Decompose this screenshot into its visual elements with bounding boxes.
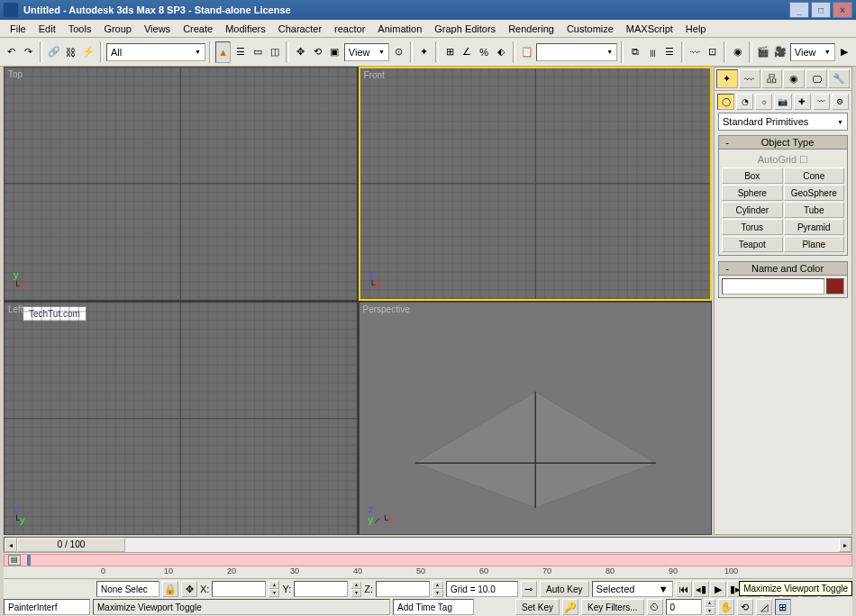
- link-button[interactable]: 🔗: [46, 41, 61, 63]
- tab-motion[interactable]: ◉: [783, 69, 805, 88]
- arc-rotate-button[interactable]: ⟲: [737, 599, 753, 615]
- rotate-button[interactable]: ⟲: [310, 41, 325, 63]
- object-name-input[interactable]: [722, 278, 824, 294]
- menu-views[interactable]: Views: [138, 22, 177, 36]
- autokey-button[interactable]: Auto Key: [540, 581, 589, 597]
- tab-utilities[interactable]: 🔧: [828, 69, 850, 88]
- fov-button[interactable]: ◿: [756, 599, 772, 615]
- subtab-systems[interactable]: ⚙: [832, 94, 849, 110]
- render-scene-button[interactable]: 🎬: [756, 41, 771, 63]
- schematic-view-button[interactable]: ⊡: [705, 41, 720, 63]
- redo-button[interactable]: ↷: [21, 41, 36, 63]
- subtab-geometry[interactable]: ◯: [717, 94, 734, 110]
- track-bar[interactable]: ▤: [4, 554, 852, 566]
- keyfilters-button[interactable]: Key Filters...: [581, 599, 644, 615]
- transform-mode-button[interactable]: ✥: [181, 581, 197, 597]
- menu-edit[interactable]: Edit: [32, 22, 62, 36]
- angle-snap-button[interactable]: ∠: [460, 41, 475, 63]
- viewport-left[interactable]: Left TechTut.com z└y: [4, 302, 358, 536]
- obj-sphere[interactable]: Sphere: [722, 185, 783, 201]
- spinner-snap-button[interactable]: ⬖: [494, 41, 509, 63]
- keymode-dropdown[interactable]: Selected▼: [592, 581, 673, 597]
- goto-start-button[interactable]: ⏮: [676, 581, 692, 597]
- obj-torus[interactable]: Torus: [722, 219, 783, 235]
- bind-spacewarp-button[interactable]: ⚡: [80, 41, 96, 63]
- unlink-button[interactable]: ⛓: [63, 41, 78, 63]
- select-button[interactable]: ▲: [215, 41, 231, 63]
- menu-group[interactable]: Group: [97, 22, 138, 36]
- window-crossing-button[interactable]: ◫: [267, 41, 282, 63]
- autogrid-checkbox[interactable]: AutoGrid ☐: [722, 152, 844, 168]
- subtab-shapes[interactable]: ◔: [736, 94, 753, 110]
- menu-reactor[interactable]: reactor: [328, 22, 371, 36]
- pivot-button[interactable]: ⊙: [391, 41, 406, 63]
- viewport-perspective[interactable]: Perspective zy⟋└x: [359, 302, 713, 536]
- menu-maxscript[interactable]: MAXScript: [620, 22, 679, 36]
- tab-hierarchy[interactable]: 品: [761, 69, 783, 88]
- play-button[interactable]: ▶: [710, 581, 726, 597]
- obj-box[interactable]: Box: [722, 168, 783, 184]
- quick-render-button[interactable]: 🎥: [773, 41, 788, 63]
- close-button[interactable]: ×: [833, 2, 852, 18]
- undo-button[interactable]: ↶: [4, 41, 19, 63]
- subtab-spacewarps[interactable]: 〰: [813, 94, 830, 110]
- add-time-tag[interactable]: Add Time Tag: [393, 599, 474, 615]
- key-icon[interactable]: 🔑: [562, 599, 578, 615]
- rollout-name-color[interactable]: -Name and Color: [718, 261, 848, 276]
- scroll-right-button[interactable]: ▸: [839, 538, 851, 552]
- menu-graph-editors[interactable]: Graph Editors: [428, 22, 502, 36]
- tab-display[interactable]: 🖵: [806, 69, 827, 88]
- viewport-front[interactable]: Front z└x: [359, 67, 713, 301]
- obj-tube[interactable]: Tube: [784, 202, 845, 218]
- prev-frame-button[interactable]: ◂▮: [693, 581, 709, 597]
- obj-cylinder[interactable]: Cylinder: [722, 202, 783, 218]
- menu-modifiers[interactable]: Modifiers: [219, 22, 272, 36]
- selection-filter-dropdown[interactable]: All: [106, 43, 205, 61]
- current-frame-input[interactable]: 0: [666, 599, 702, 615]
- rollout-object-type[interactable]: -Object Type: [718, 135, 848, 149]
- trackbar-toggle-icon[interactable]: ▤: [8, 555, 21, 566]
- curve-editor-button[interactable]: 〰: [688, 41, 703, 63]
- mirror-button[interactable]: ⧉: [627, 41, 642, 63]
- setkey-button[interactable]: Set Key: [515, 599, 560, 615]
- pan-button[interactable]: ✋: [718, 599, 734, 615]
- ref-coord-dropdown[interactable]: View: [344, 43, 389, 61]
- align-button[interactable]: ⫼: [645, 41, 660, 63]
- named-selection-button[interactable]: 📋: [519, 41, 534, 63]
- maximize-viewport-button[interactable]: ⊞: [775, 599, 791, 615]
- menu-create[interactable]: Create: [177, 22, 219, 36]
- obj-pyramid[interactable]: Pyramid: [784, 219, 845, 235]
- subtab-lights[interactable]: ☼: [755, 94, 772, 110]
- category-dropdown[interactable]: Standard Primitives: [718, 113, 848, 131]
- selection-lock-button[interactable]: 🔒: [162, 581, 178, 597]
- minimize-button[interactable]: _: [789, 2, 809, 18]
- snap-button[interactable]: ⊞: [442, 41, 458, 63]
- render-last-button[interactable]: ▶: [837, 41, 852, 63]
- move-button[interactable]: ✥: [293, 41, 308, 63]
- time-slider[interactable]: 0 / 100: [17, 538, 125, 552]
- time-config-button[interactable]: ⏲: [647, 599, 663, 615]
- select-by-name-button[interactable]: ☰: [232, 41, 248, 63]
- layers-button[interactable]: ☰: [662, 41, 678, 63]
- obj-geosphere[interactable]: GeoSphere: [784, 185, 845, 201]
- menu-tools[interactable]: Tools: [62, 22, 98, 36]
- y-coord-input[interactable]: [294, 581, 348, 597]
- listener-input[interactable]: PainterInterf: [4, 599, 90, 615]
- menu-animation[interactable]: Animation: [371, 22, 428, 36]
- frame-marker[interactable]: [27, 555, 31, 566]
- scale-button[interactable]: ▣: [327, 41, 342, 63]
- menu-character[interactable]: Character: [272, 22, 328, 36]
- time-slider-bar[interactable]: ◂ 0 / 100 ▸: [4, 537, 852, 553]
- viewport-top[interactable]: Top y└x: [4, 67, 358, 301]
- subtab-helpers[interactable]: ✚: [794, 94, 811, 110]
- select-region-button[interactable]: ▭: [250, 41, 265, 63]
- obj-teapot[interactable]: Teapot: [722, 236, 783, 252]
- object-color-swatch[interactable]: [826, 278, 844, 294]
- percent-snap-button[interactable]: %: [477, 41, 492, 63]
- scroll-left-button[interactable]: ◂: [5, 538, 17, 552]
- manipulate-button[interactable]: ✦: [416, 41, 432, 63]
- render-type-dropdown[interactable]: View: [790, 43, 835, 61]
- x-coord-input[interactable]: [212, 581, 266, 597]
- named-selection-dropdown[interactable]: [536, 43, 617, 61]
- obj-plane[interactable]: Plane: [784, 236, 845, 252]
